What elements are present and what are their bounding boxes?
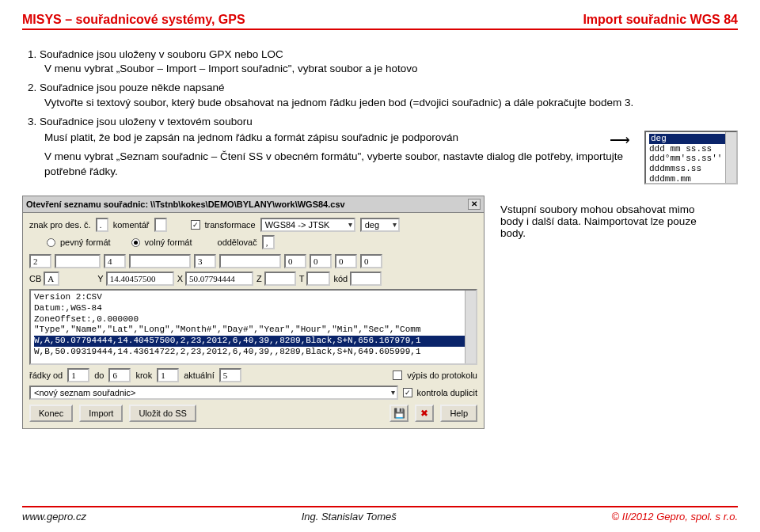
duplic-label: kontrola duplicit — [417, 388, 477, 397]
delete-icon[interactable]: ✖ — [415, 405, 434, 422]
duplic-checkbox[interactable]: ✓ — [403, 388, 412, 397]
col-idx-4[interactable] — [129, 254, 191, 268]
oddel-label: oddělovač — [218, 238, 257, 247]
close-icon[interactable]: ✕ — [468, 199, 481, 210]
file-preview-list[interactable]: Version 2:CSV Datum:,WGS-84 ZoneOffset:,… — [29, 289, 477, 365]
deg-opt-5[interactable]: dddmm.mm — [649, 174, 733, 184]
cb-label: CB — [29, 274, 41, 283]
koment-input[interactable] — [154, 218, 167, 232]
save-icon[interactable]: 💾 — [390, 405, 408, 422]
deg-opt-4[interactable]: dddmmss.ss — [649, 164, 733, 174]
z-label: Z — [256, 274, 262, 283]
col-idx-8[interactable]: 0 — [310, 254, 332, 268]
volny-radio[interactable] — [131, 238, 140, 247]
item1-sub: V menu vybrat „Soubor – Import – Import … — [40, 62, 738, 76]
deg-format-list[interactable]: deg ddd mm ss.ss ddd°mm'ss.ss'' dddmmss.… — [644, 131, 738, 184]
koment-label: komentář — [113, 220, 150, 230]
item2-sub: Vytvořte si textový soubor, který bude o… — [40, 96, 738, 110]
list-item-1: Souřadnice jsou uloženy v souboru GPX ne… — [40, 48, 738, 76]
arrow-icon: ⟶ — [606, 131, 633, 150]
pevny-radio[interactable] — [47, 238, 55, 247]
file-line[interactable]: Version 2:CSV — [34, 292, 473, 303]
radky-od-input[interactable]: 1 — [67, 368, 89, 382]
t-input[interactable] — [306, 272, 330, 286]
z-input[interactable] — [264, 272, 296, 286]
side-note: Vstupní soubory mohou obsahovat mimo bod… — [500, 196, 706, 429]
kod-label: kód — [333, 274, 348, 283]
deg-opt-1[interactable]: deg — [649, 134, 733, 144]
footer-right: © II/2012 Gepro, spol. s r.o. — [612, 511, 738, 522]
radky-do-input[interactable]: 6 — [108, 368, 131, 382]
dialog-titlebar: Otevření seznamu souřadnic: \\Tstnb\koke… — [23, 196, 484, 213]
scrollbar[interactable] — [465, 291, 476, 363]
y-input[interactable]: 14.40457500 — [106, 272, 174, 286]
footer-mid: Ing. Stanislav Tomeš — [86, 511, 612, 522]
kod-input[interactable] — [350, 272, 382, 286]
footer-left: www.gepro.cz — [22, 511, 86, 522]
item3-sub2: V menu vybrat „Seznam souřadnic – Čtení … — [40, 150, 633, 178]
col-idx-6[interactable] — [219, 254, 281, 268]
cb-input[interactable]: A — [44, 272, 59, 286]
deg-opt-3[interactable]: ddd°mm'ss.ss'' — [649, 154, 733, 164]
znak-input[interactable]: . — [96, 218, 108, 232]
aktualni-label: aktuální — [184, 370, 215, 380]
file-line[interactable]: W,B,50.09319444,14.43614722,2,23,2012,6,… — [34, 347, 473, 358]
import-button[interactable]: Import — [79, 405, 123, 422]
radky-od-label: řádky od — [29, 370, 63, 380]
transform-label: transformace — [205, 220, 256, 230]
file-line-selected[interactable]: W,A,50.07794444,14.40457500,2,23,2012,6,… — [34, 336, 473, 347]
ulozit-button[interactable]: Uložit do SS — [129, 405, 196, 422]
x-input[interactable]: 50.07794444 — [185, 272, 253, 286]
vypis-checkbox[interactable] — [393, 370, 402, 380]
t-label: T — [299, 274, 305, 283]
y-label: Y — [97, 274, 103, 283]
pevny-label: pevný formát — [60, 238, 111, 247]
header-bar: MISYS – souřadnicové systémy, GPS Import… — [22, 13, 738, 30]
footer: www.gepro.cz Ing. Stanislav Tomeš © II/2… — [0, 506, 760, 522]
col-idx-5[interactable]: 3 — [194, 254, 216, 268]
oddel-input[interactable]: , — [262, 235, 275, 249]
krok-label: krok — [135, 370, 152, 380]
list-item-2: Souřadnice jsou pouze někde napsané Vytv… — [40, 81, 738, 109]
help-button[interactable]: Help — [440, 405, 477, 422]
col-idx-10[interactable]: 0 — [360, 254, 382, 268]
col-idx-9[interactable]: 0 — [335, 254, 357, 268]
transform-checkbox[interactable]: ✓ — [191, 220, 200, 230]
file-line[interactable]: Datum:,WGS-84 — [34, 303, 473, 314]
col-idx-7[interactable]: 0 — [284, 254, 306, 268]
volny-label: volný formát — [145, 238, 192, 247]
item1-title: Souřadnice jsou uloženy v souboru GPX ne… — [40, 48, 283, 60]
col-idx-3[interactable]: 4 — [104, 254, 126, 268]
krok-input[interactable]: 1 — [157, 368, 179, 382]
x-label: X — [177, 274, 183, 283]
radky-do-label: do — [94, 370, 104, 380]
item3-title: Souřadnice jsou uloženy v textovém soubo… — [40, 116, 253, 127]
header-right: Import souřadnic WGS 84 — [583, 13, 738, 27]
col-idx-2[interactable] — [55, 254, 101, 268]
import-dialog: Otevření seznamu souřadnic: \\Tstnb\koke… — [22, 196, 484, 429]
header-left: MISYS – souřadnicové systémy, GPS — [22, 13, 245, 27]
file-line[interactable]: ZoneOffset:,0.000000 — [34, 314, 473, 325]
list-item-3: Souřadnice jsou uloženy v textovém soubo… — [40, 115, 738, 184]
vypis-label: výpis do protokolu — [407, 370, 477, 380]
item3-sub1: Musí platit, že bod je zapsán na jednom … — [40, 131, 602, 145]
file-line[interactable]: "Type","Name","Lat","Long","Month#","Day… — [34, 325, 473, 336]
unit-select[interactable]: deg — [360, 218, 400, 232]
znak-label: znak pro des. č. — [29, 220, 91, 230]
target-select[interactable]: <nový seznam souřadnic> — [29, 386, 398, 400]
dialog-title: Otevření seznamu souřadnic: \\Tstnb\koke… — [26, 200, 345, 209]
konec-button[interactable]: Konec — [29, 405, 73, 422]
item2-title: Souřadnice jsou pouze někde napsané — [40, 82, 224, 93]
deg-opt-2[interactable]: ddd mm ss.ss — [649, 144, 733, 154]
aktualni-input[interactable]: 5 — [219, 368, 241, 382]
col-idx-1[interactable]: 2 — [29, 254, 51, 268]
scrollbar[interactable] — [725, 132, 736, 183]
main-content: Souřadnice jsou uloženy v souboru GPX ne… — [22, 30, 738, 429]
transform-select[interactable]: WGS84 -> JTSK — [260, 218, 355, 232]
